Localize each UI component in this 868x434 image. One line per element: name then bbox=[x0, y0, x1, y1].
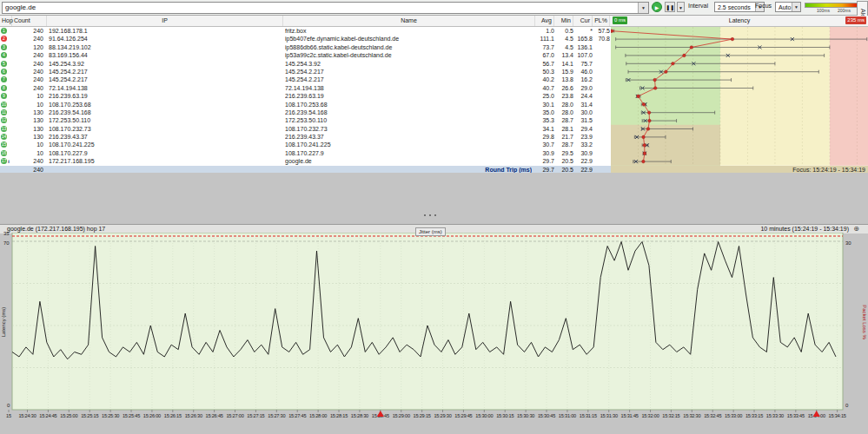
col-header-min[interactable]: Min bbox=[554, 16, 573, 26]
hop-pl bbox=[593, 125, 610, 133]
hop-count: 240 bbox=[12, 84, 43, 92]
col-header-name[interactable]: Name bbox=[283, 16, 535, 26]
hop-name: 216.239.43.37 bbox=[285, 133, 532, 141]
time-axis-label: 15:26:30 bbox=[185, 413, 202, 418]
hop-status-badge: 13 bbox=[1, 126, 7, 132]
jitter-axis-max: 35 bbox=[3, 231, 10, 236]
hop-ip: 88.134.219.102 bbox=[49, 43, 280, 51]
hop-count: 240 bbox=[12, 68, 43, 76]
time-axis-label: 15:27:00 bbox=[226, 413, 243, 418]
time-axis-label: 15:25:30 bbox=[102, 413, 119, 418]
hop-count: 10 bbox=[12, 92, 43, 100]
pane-splitter[interactable] bbox=[0, 173, 868, 224]
hop-status-badge: 4 bbox=[1, 52, 7, 58]
hop-name: 108.170.253.68 bbox=[285, 101, 532, 108]
latency-axis-min: 0 bbox=[7, 403, 10, 408]
col-header-pl[interactable]: PL% bbox=[593, 16, 610, 26]
latency-scale-max-chip: 235 ms bbox=[845, 16, 866, 24]
avg-latency-dot bbox=[646, 128, 650, 131]
hop-count: 130 bbox=[12, 116, 43, 124]
time-axis-label: 15:29:00 bbox=[393, 413, 410, 418]
hop-min: 28.1 bbox=[554, 125, 573, 133]
hop-pl bbox=[593, 51, 610, 59]
avg-latency-dot bbox=[731, 37, 734, 41]
hop-avg: 35.3 bbox=[527, 116, 554, 124]
time-axis-label: 15:25:45 bbox=[123, 413, 140, 418]
hop-pl bbox=[593, 84, 610, 92]
hop-status-badge: 6 bbox=[1, 69, 7, 75]
avg-latency-dot bbox=[672, 62, 675, 65]
time-axis-label: 15:32:00 bbox=[641, 413, 659, 418]
avg-latency-dot bbox=[683, 54, 686, 57]
hop-status-badge: 15 bbox=[1, 141, 7, 148]
time-axis-label: 15:24:30 bbox=[18, 413, 36, 418]
hop-count: 240 bbox=[12, 157, 43, 165]
time-axis-label: 15:30:15 bbox=[496, 413, 514, 418]
hop-rows: 1ılı 240 192.168.178.1 fritz.box 1.0 0.5… bbox=[0, 27, 868, 166]
hop-cur: 23.9 bbox=[573, 133, 593, 141]
hop-ip: 91.64.126.254 bbox=[49, 35, 280, 43]
hop-name: 72.14.194.138 bbox=[285, 84, 532, 92]
hop-cur: 31.4 bbox=[573, 101, 593, 108]
hop-status-badge: 8 bbox=[1, 85, 7, 91]
avg-latency-dot bbox=[665, 70, 668, 74]
avg-latency-dot bbox=[653, 87, 657, 90]
hop-ip: 172.253.50.110 bbox=[49, 116, 280, 124]
col-header-avg[interactable]: Avg bbox=[527, 16, 554, 26]
chevron-down-icon[interactable]: ▼ bbox=[792, 3, 800, 11]
trace-options-dropdown-icon[interactable]: ▼ bbox=[677, 2, 685, 12]
hop-name: 145.254.3.92 bbox=[285, 60, 532, 68]
legend-100ms-label: 100ms bbox=[817, 8, 830, 13]
hop-ip: 216.239.63.19 bbox=[49, 92, 280, 100]
time-axis-label: 15:26:45 bbox=[206, 413, 223, 418]
hop-ip: 216.239.54.168 bbox=[49, 108, 280, 116]
avg-latency-dot bbox=[647, 111, 651, 115]
time-axis-label: 15:27:30 bbox=[268, 413, 285, 418]
hop-pl bbox=[593, 108, 610, 116]
hop-ip: 172.217.168.195 bbox=[49, 157, 280, 165]
avg-latency-dot bbox=[653, 78, 657, 82]
hop-min: 23.8 bbox=[554, 92, 573, 100]
hop-avg: 30.7 bbox=[527, 141, 554, 148]
latency-header-label: Latency bbox=[729, 17, 751, 23]
start-trace-button[interactable]: ▶ bbox=[652, 2, 662, 12]
time-axis-label: 15:32:30 bbox=[683, 413, 700, 418]
time-axis-label: 15:28:15 bbox=[330, 413, 348, 418]
hop-min: 4.5 bbox=[554, 35, 573, 43]
interval-label: Interval bbox=[688, 3, 708, 9]
hop-pl bbox=[593, 76, 610, 83]
focus-select[interactable]: Auto ▼ bbox=[775, 2, 801, 12]
target-address-combobox[interactable]: google.de ▼ bbox=[2, 2, 649, 14]
hop-latency-chart[interactable] bbox=[611, 27, 868, 166]
hop-status-badge: 10 bbox=[1, 102, 7, 108]
col-header-latency[interactable]: 0 ms Latency 235 ms bbox=[611, 16, 868, 26]
hop-min: 14.1 bbox=[554, 60, 573, 68]
hop-status-badge: 11 bbox=[1, 109, 7, 115]
splitter-grip-icon[interactable] bbox=[424, 214, 445, 218]
hop-cur: 107.0 bbox=[573, 51, 593, 59]
hop-cur: 165.8 bbox=[573, 35, 593, 43]
avg-latency-dot bbox=[648, 119, 652, 122]
jitter-axis-chip[interactable]: Jitter (ms) bbox=[415, 227, 446, 236]
hop-name: 108.170.232.73 bbox=[285, 125, 532, 133]
chevron-down-icon[interactable]: ▼ bbox=[638, 3, 648, 13]
col-header-count[interactable]: Count bbox=[12, 16, 47, 26]
col-header-hop[interactable]: Hop bbox=[0, 16, 12, 26]
interval-value: 2.5 seconds bbox=[718, 4, 751, 10]
hop-avg: 1.0 bbox=[527, 27, 554, 35]
hop-status-badge: 2 bbox=[1, 36, 7, 42]
hop-pl bbox=[593, 101, 610, 108]
trace-grid: Hop Count IP Name Avg Min Cur PL% 0 ms L… bbox=[0, 16, 868, 175]
hop-pl bbox=[593, 149, 610, 157]
col-header-ip[interactable]: IP bbox=[47, 16, 283, 26]
time-axis-label: 15 bbox=[6, 413, 11, 418]
time-axis-label: 15:26:15 bbox=[164, 413, 182, 418]
timeline-graph[interactable]: 1515:24:3015:24:4515:25:0015:25:1515:25:… bbox=[0, 233, 868, 434]
hop-ip: 108.170.241.225 bbox=[49, 141, 280, 148]
hop-cur: 136.1 bbox=[573, 43, 593, 51]
pause-trace-button[interactable]: ❚❚ bbox=[665, 2, 675, 12]
col-header-cur[interactable]: Cur bbox=[573, 16, 593, 26]
hop-min: 15.9 bbox=[554, 68, 573, 76]
time-axis-label: 15:31:00 bbox=[559, 413, 576, 418]
hop-cur: 29.4 bbox=[573, 125, 593, 133]
